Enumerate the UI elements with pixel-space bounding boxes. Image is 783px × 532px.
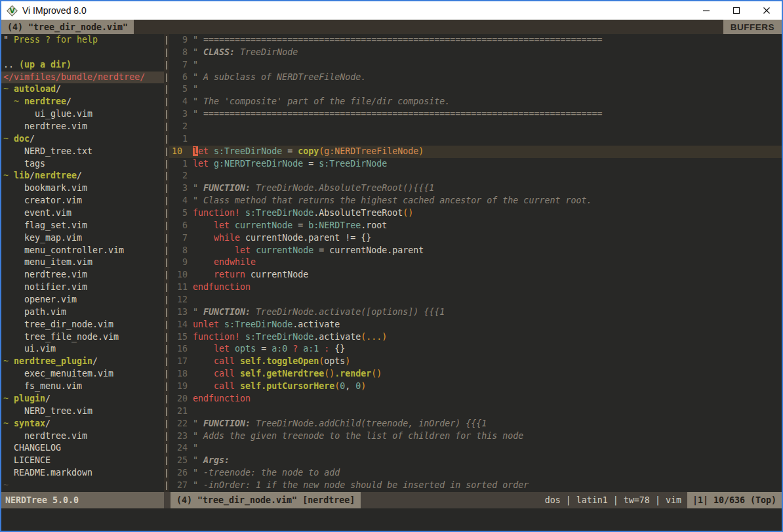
tree-row[interactable]: .. (up a dir): [3, 59, 164, 72]
code-line[interactable]: 8 let currentNode = currentNode.parent: [172, 245, 782, 257]
code-line[interactable]: 23 " Adds the given treenode to the list…: [172, 430, 782, 443]
code-line[interactable]: 8 " CLASS: TreeDirNode: [172, 47, 782, 59]
command-line[interactable]: [1, 508, 782, 531]
code-token: g:NERDTreeFileNode: [324, 146, 418, 156]
code-line[interactable]: 2: [172, 121, 782, 133]
code-line[interactable]: 1: [172, 133, 782, 146]
tree-row[interactable]: nerdtree.vim: [3, 121, 164, 133]
code-token: [230, 344, 235, 354]
code-line[interactable]: 10 return currentNode: [172, 269, 782, 281]
line-number: 21: [172, 406, 193, 416]
tab-tree-dir-node[interactable]: (4) "tree_dir_node.vim": [1, 20, 134, 34]
code-line[interactable]: 12: [172, 294, 782, 306]
code-line[interactable]: 9 endwhile: [172, 256, 782, 269]
code-token: s:TreeDirNode: [319, 159, 387, 169]
maximize-button[interactable]: [721, 1, 752, 20]
tree-row[interactable]: flag_set.vim: [3, 220, 164, 232]
nerdtree-tree[interactable]: " Press ? for help.. (up a dir)</vimfile…: [1, 34, 164, 492]
buffers-label[interactable]: BUFFERS: [723, 20, 782, 34]
code-token: =: [303, 159, 319, 169]
tree-row[interactable]: CHANGELOG: [3, 442, 164, 455]
tree-row[interactable]: nerdtree.vim: [3, 269, 164, 281]
code-line[interactable]: 7 while currentNode.parent != {}: [172, 232, 782, 245]
code-line[interactable]: 9 " ====================================…: [172, 34, 782, 47]
code-line[interactable]: 21: [172, 405, 782, 418]
code-line[interactable]: 10 let s:TreeDirNode = copy(g:NERDTreeFi…: [169, 146, 782, 158]
code-line[interactable]: 22 " FUNCTION: TreeDirNode.addChild(tree…: [172, 418, 782, 430]
code-line[interactable]: 4 " Class method that returns the highes…: [172, 195, 782, 207]
code-line[interactable]: 5 function! s:TreeDirNode.AbsoluteTreeRo…: [172, 207, 782, 220]
line-number: 8: [172, 47, 193, 57]
tree-row[interactable]: ~ lib/nerdtree/: [3, 170, 164, 182]
code-token: (): [371, 369, 382, 379]
code-line[interactable]: 27 " -inOrder: 1 if the new node should …: [172, 480, 782, 492]
tree-row[interactable]: notifier.vim: [3, 281, 164, 294]
tree-row[interactable]: ui.vim: [3, 343, 164, 356]
tree-row[interactable]: fs_menu.vim: [3, 380, 164, 393]
tree-row[interactable]: </vimfiles/bundle/nerdtree/: [1, 72, 164, 84]
tree-row[interactable]: path.vim: [3, 306, 164, 319]
code-line[interactable]: 5 ": [172, 83, 782, 96]
editor-buffer[interactable]: 9 " ====================================…: [169, 34, 782, 492]
tree-row[interactable]: ~ doc/: [3, 133, 164, 146]
code-line[interactable]: 24 ": [172, 442, 782, 455]
tree-row[interactable]: NERD_tree.txt: [3, 146, 164, 158]
tree-row[interactable]: " Press ? for help: [3, 34, 164, 47]
tree-row[interactable]: event.vim: [3, 207, 164, 220]
tree-row[interactable]: key_map.vim: [3, 232, 164, 245]
tree-row[interactable]: ~ syntax/: [3, 418, 164, 430]
tree-row[interactable]: NERD_tree.vim: [3, 405, 164, 418]
code-token: ~: [3, 134, 14, 144]
code-line[interactable]: 6 let currentNode = b:NERDTree.root: [172, 220, 782, 232]
code-line[interactable]: 6 " A subclass of NERDTreeFileNode.: [172, 72, 782, 84]
tree-row[interactable]: tree_file_node.vim: [3, 331, 164, 344]
code-token: NERD_tree.vim: [3, 406, 92, 416]
tree-row[interactable]: creator.vim: [3, 195, 164, 207]
code-line[interactable]: 26 " -treenode: the node to add: [172, 467, 782, 480]
tree-row[interactable]: menu_controller.vim: [3, 245, 164, 257]
code-token: [240, 208, 245, 218]
close-button[interactable]: [752, 1, 782, 20]
code-line[interactable]: 17 call self.toggleOpen(opts): [172, 356, 782, 368]
tree-row[interactable]: menu_item.vim: [3, 256, 164, 269]
line-number: 7: [172, 60, 193, 70]
code-token: Args:: [203, 455, 230, 465]
tree-row[interactable]: README.markdown: [3, 467, 164, 480]
code-line[interactable]: 2: [172, 170, 782, 182]
tree-row[interactable]: LICENCE: [3, 455, 164, 467]
code-token: [240, 332, 245, 342]
code-line[interactable]: 16 let opts = a:0 ? a:1 : {}: [172, 343, 782, 356]
tree-row[interactable]: exec_menuitem.vim: [3, 368, 164, 380]
tree-row[interactable]: ui_glue.vim: [3, 108, 164, 121]
code-line[interactable]: 14 unlet s:TreeDirNode.activate: [172, 319, 782, 331]
tree-row[interactable]: [3, 47, 164, 59]
code-line[interactable]: 3 " ====================================…: [172, 108, 782, 121]
code-line[interactable]: 13 " FUNCTION: TreeDirNode.activate([opt…: [172, 306, 782, 319]
tree-row[interactable]: bookmark.vim: [3, 182, 164, 195]
code-line[interactable]: 18 call self.getNerdtree().render(): [172, 368, 782, 380]
code-line[interactable]: 11 endfunction: [172, 281, 782, 294]
window-split-separator[interactable]: [164, 34, 169, 492]
code-line[interactable]: 25 " Args:: [172, 455, 782, 467]
code-line[interactable]: 19 call self.putCursorHere(0, 0): [172, 380, 782, 393]
code-line[interactable]: 4 " The 'composite' part of the file/dir…: [172, 96, 782, 108]
tree-row[interactable]: ~ nerdtree/: [3, 96, 164, 108]
code-token: key_map.vim: [3, 233, 82, 243]
code-token: creator.vim: [3, 195, 82, 205]
code-line[interactable]: 20 endfunction: [172, 393, 782, 405]
tree-row[interactable]: tree_dir_node.vim: [3, 319, 164, 331]
tree-row[interactable]: ~ nerdtree_plugin/: [3, 356, 164, 368]
code-line[interactable]: 3 " FUNCTION: TreeDirNode.AbsoluteTreeRo…: [172, 182, 782, 195]
minimize-button[interactable]: [691, 1, 721, 20]
tree-row[interactable]: ~ plugin/: [3, 393, 164, 405]
tree-row[interactable]: opener.vim: [3, 294, 164, 306]
tree-row[interactable]: ~: [3, 480, 164, 492]
code-line[interactable]: 1 let g:NERDTreeDirNode = s:TreeDirNode: [172, 158, 782, 171]
code-token: = currentNode.parent: [313, 245, 424, 255]
code-line[interactable]: 15 function! s:TreeDirNode.activate(...): [172, 331, 782, 344]
code-token: l: [193, 146, 198, 156]
tree-row[interactable]: tags: [3, 158, 164, 171]
code-line[interactable]: 7 ": [172, 59, 782, 72]
tree-row[interactable]: ~ autoload/: [3, 83, 164, 96]
tree-row[interactable]: nerdtree.vim: [3, 430, 164, 443]
